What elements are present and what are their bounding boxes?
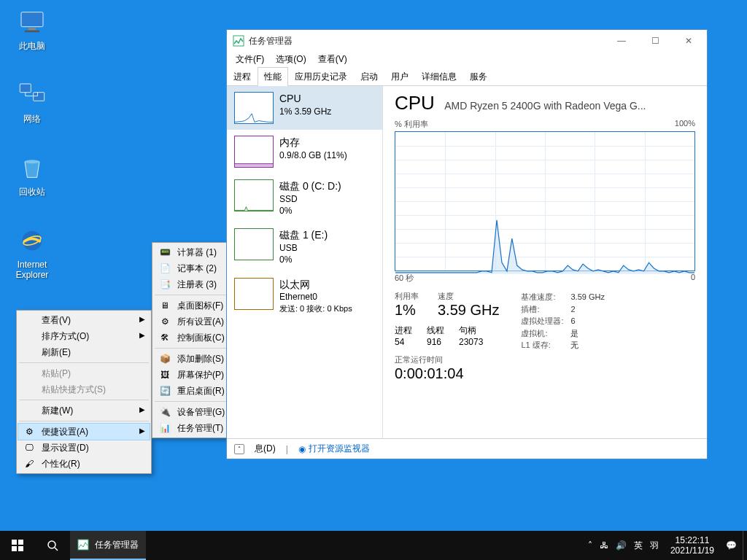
tray-ime-mode[interactable]: 羽 <box>650 540 659 552</box>
desktop-icon-network[interactable]: 网络 <box>4 77 60 124</box>
perf-item-cpu[interactable]: CPU1% 3.59 GHz <box>227 86 382 130</box>
desktop-icon-recycle[interactable]: 回收站 <box>4 150 60 197</box>
perf-sub: SSD <box>279 193 341 205</box>
task-manager-window: 任务管理器 — ☐ ✕ 文件(F) 选项(O) 查看(V) 进程 性能 应用历史… <box>226 29 708 459</box>
stat-label: 利用率 <box>395 291 419 302</box>
taskmgr-icon: 📊 <box>158 421 171 435</box>
ctx-item-view[interactable]: 查看(V)▶ <box>18 312 150 328</box>
perf-sub2: 发送: 0 接收: 0 Kbps <box>279 303 352 314</box>
ctx-item-refresh[interactable]: 刷新(E) <box>18 344 150 360</box>
chart-xright: 0 <box>691 273 695 284</box>
ie-icon <box>15 223 50 258</box>
tray-notifications-icon[interactable]: 💬 <box>720 540 743 551</box>
perf-sub2: 0% <box>279 205 341 217</box>
uptime-label: 正常运行时间 <box>395 354 499 365</box>
info-val: 6 <box>570 315 575 327</box>
menu-file[interactable]: 文件(F) <box>231 52 268 66</box>
clock-time: 15:22:11 <box>670 535 714 545</box>
tab-performance[interactable]: 性能 <box>258 67 288 86</box>
separator <box>19 400 149 400</box>
notepad-icon: 📄 <box>158 262 171 275</box>
ethernet-mini-chart <box>234 278 274 310</box>
ctx-item-new[interactable]: 新建(W)▶ <box>18 402 150 419</box>
perf-item-ethernet[interactable]: 以太网Ethernet0发送: 0 接收: 0 Kbps <box>227 272 382 320</box>
app-icon <box>233 35 244 47</box>
svg-point-5 <box>25 160 39 163</box>
chevron-right-icon: ▶ <box>139 405 145 413</box>
svg-rect-4 <box>34 93 44 101</box>
menu-view[interactable]: 查看(V) <box>314 52 352 66</box>
network-icon <box>15 77 50 112</box>
stat-label: 进程 <box>395 324 412 337</box>
perf-name: 内存 <box>279 136 347 149</box>
menu-options[interactable]: 选项(O) <box>271 52 310 66</box>
display-icon: 🖵 <box>23 441 36 454</box>
separator <box>19 421 149 421</box>
cpu-chart <box>395 131 695 271</box>
ctx-item-sort[interactable]: 排序方式(O)▶ <box>18 328 150 344</box>
detail-heading: CPU <box>395 92 435 114</box>
ctx-item-display[interactable]: 🖵显示设置(D) <box>18 440 150 456</box>
info-val: 是 <box>570 327 578 340</box>
menubar: 文件(F) 选项(O) 查看(V) <box>227 52 707 66</box>
system-tray: ˄ 🖧 🔊 英 羽 <box>582 540 665 552</box>
taskbar-task-taskmgr[interactable]: 任务管理器 <box>70 531 146 560</box>
tray-ime-lang[interactable]: 英 <box>634 540 643 552</box>
desktop-icon-ie[interactable]: Internet Explorer <box>4 223 60 281</box>
separator <box>19 362 149 363</box>
tray-volume-icon[interactable]: 🔊 <box>616 540 627 551</box>
info-key: L1 缓存: <box>521 339 566 351</box>
taskbar-clock[interactable]: 15:22:11 2021/11/19 <box>665 535 720 556</box>
svg-rect-3 <box>20 84 31 93</box>
chart-ylabel: % 利用率 <box>395 119 428 130</box>
task-label: 任务管理器 <box>95 539 139 551</box>
screensaver-icon: 🖼 <box>158 368 171 381</box>
cpu-mini-chart <box>234 92 274 124</box>
perf-item-memory[interactable]: 内存0.9/8.0 GB (11%) <box>227 130 382 174</box>
close-button[interactable]: ✕ <box>672 30 705 52</box>
tab-services[interactable]: 服务 <box>463 67 494 86</box>
ctx-item-settings[interactable]: ⚙便捷设置(A)▶ <box>18 424 150 440</box>
performance-sidebar: CPU1% 3.59 GHz 内存0.9/8.0 GB (11%) 磁盘 0 (… <box>227 86 383 438</box>
fewer-details[interactable]: 息(D) <box>255 443 276 455</box>
registry-icon: 📑 <box>158 278 171 291</box>
titlebar[interactable]: 任务管理器 — ☐ ✕ <box>227 30 707 52</box>
tray-network-icon[interactable]: 🖧 <box>600 540 608 551</box>
perf-sub: 1% 3.59 GHz <box>279 106 331 117</box>
perf-item-disk0[interactable]: 磁盘 0 (C: D:)SSD0% <box>227 174 382 222</box>
desktop-icon-label: 回收站 <box>4 187 60 197</box>
svg-marker-11 <box>395 220 694 274</box>
perf-sub: 0.9/8.0 GB (11%) <box>279 149 347 161</box>
search-button[interactable] <box>35 531 70 560</box>
svg-rect-0 <box>21 12 43 27</box>
show-desktop-button[interactable] <box>743 531 747 560</box>
svg-point-16 <box>48 541 55 548</box>
minimize-button[interactable]: — <box>605 30 638 52</box>
start-button[interactable] <box>0 531 35 560</box>
desktop-icon-this-pc[interactable]: 此电脑 <box>4 4 60 51</box>
maximize-button[interactable]: ☐ <box>638 30 672 52</box>
perf-item-disk1[interactable]: 磁盘 1 (E:)USB0% <box>227 222 382 271</box>
tab-app-history[interactable]: 应用历史记录 <box>288 67 354 86</box>
chevron-right-icon: ▶ <box>139 331 145 339</box>
tray-chevron-up-icon[interactable]: ˄ <box>588 540 592 551</box>
ctx-item-paste-shortcut: 粘贴快捷方式(S) <box>18 381 150 397</box>
stat-label: 句柄 <box>459 324 483 337</box>
tab-processes[interactable]: 进程 <box>227 67 258 86</box>
svg-rect-12 <box>12 540 17 545</box>
info-key: 虚拟机: <box>521 327 566 340</box>
svg-rect-15 <box>18 546 23 551</box>
computer-icon <box>15 4 50 39</box>
stat-value: 916 <box>427 337 444 347</box>
tab-users[interactable]: 用户 <box>384 67 415 86</box>
resource-monitor-link[interactable]: ◉打开资源监视器 <box>298 443 370 455</box>
chart-ymax: 100% <box>675 119 695 130</box>
tab-startup[interactable]: 启动 <box>354 67 384 86</box>
taskmgr-icon <box>77 539 89 551</box>
memory-mini-chart <box>234 136 274 168</box>
tab-details[interactable]: 详细信息 <box>415 67 463 86</box>
chevron-up-icon[interactable]: ˄ <box>234 444 244 454</box>
window-footer: ˄ 息(D) | ◉打开资源监视器 <box>227 438 707 459</box>
window-title: 任务管理器 <box>249 35 293 47</box>
ctx-item-personalize[interactable]: 🖌个性化(R) <box>18 456 150 472</box>
